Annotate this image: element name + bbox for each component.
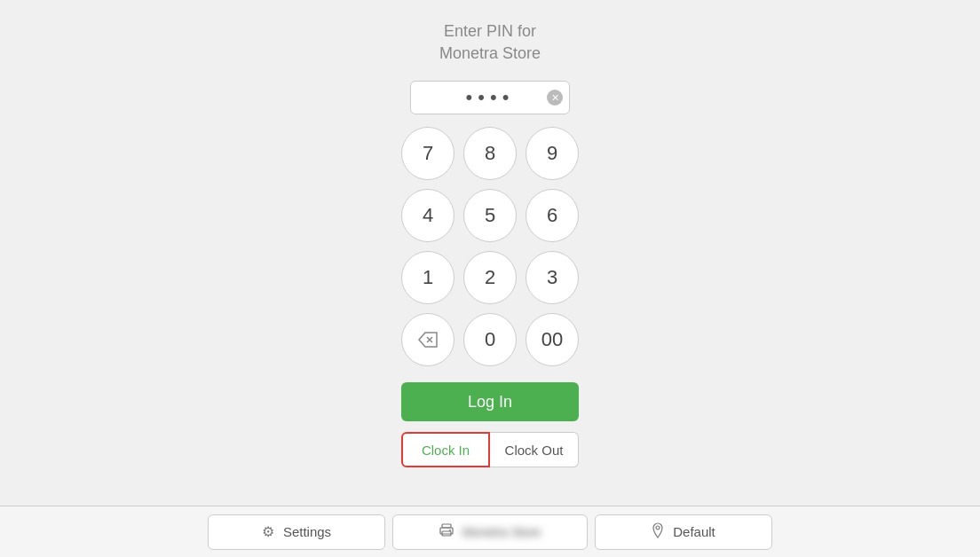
pin-input-wrapper: ✕	[410, 81, 570, 114]
location-label: Default	[673, 524, 715, 539]
numpad-9[interactable]: 9	[526, 127, 579, 180]
numpad-4[interactable]: 4	[401, 189, 454, 242]
numpad-00[interactable]: 00	[526, 313, 579, 366]
location-icon	[652, 522, 664, 542]
numpad-0[interactable]: 0	[463, 313, 517, 366]
pin-input[interactable]	[410, 81, 570, 114]
settings-button[interactable]: ⚙ Settings	[208, 514, 385, 550]
printer-icon	[439, 523, 454, 541]
svg-point-5	[449, 530, 451, 531]
numpad-backspace[interactable]	[401, 313, 454, 366]
settings-icon: ⚙	[262, 523, 274, 540]
store-button[interactable]: Monetra Store	[392, 514, 588, 550]
numpad-5[interactable]: 5	[463, 189, 517, 242]
pin-clear-button[interactable]: ✕	[547, 90, 563, 106]
clock-in-button[interactable]: Clock In	[401, 432, 490, 467]
numpad-6[interactable]: 6	[526, 189, 579, 242]
svg-point-6	[656, 526, 660, 530]
settings-label: Settings	[283, 524, 331, 539]
numpad-1[interactable]: 1	[401, 251, 454, 304]
login-button[interactable]: Log In	[401, 382, 579, 421]
location-button[interactable]: Default	[595, 514, 772, 550]
numpad-3[interactable]: 3	[526, 251, 579, 304]
clock-row: Clock In Clock Out	[401, 432, 579, 467]
numpad-7[interactable]: 7	[401, 127, 454, 180]
numpad-8[interactable]: 8	[463, 127, 517, 180]
page-title: Enter PIN for Monetra Store	[439, 20, 541, 65]
clock-out-button[interactable]: Clock Out	[490, 432, 579, 467]
main-content: Enter PIN for Monetra Store ✕ 7 8 9 4 5 …	[0, 0, 980, 506]
numpad: 7 8 9 4 5 6 1 2 3 0 00	[401, 127, 579, 366]
footer: ⚙ Settings Monetra Store Default	[0, 506, 980, 557]
store-label: Monetra Store	[462, 525, 541, 539]
numpad-2[interactable]: 2	[463, 251, 517, 304]
